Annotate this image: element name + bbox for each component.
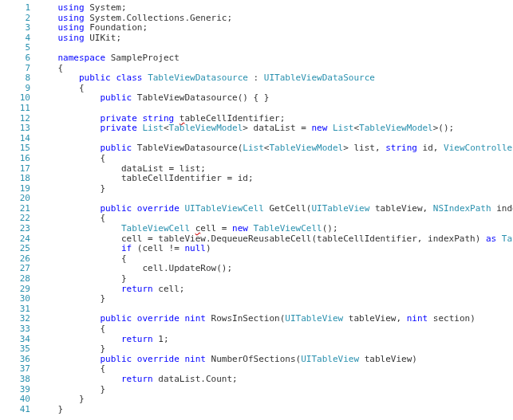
token-pun: (cell != — [132, 243, 184, 253]
token-kw: public — [100, 313, 132, 324]
token-pun: } — [58, 394, 85, 404]
token-kw: null — [184, 243, 206, 253]
code-editor: 1234567891011121314151617181920212223242… — [0, 0, 513, 420]
token-id: GetCell — [269, 203, 306, 214]
token-pun: } — [58, 404, 64, 414]
token-pun: indexPath) — [491, 203, 513, 214]
token-pun — [327, 123, 333, 133]
token-kw: public — [79, 73, 111, 83]
token-pun: cell. — [58, 263, 169, 273]
line-number: 8 — [0, 73, 30, 84]
token-pun: : — [248, 73, 264, 83]
token-kw: override — [137, 313, 180, 324]
token-pun: ; — [116, 33, 121, 43]
token-pun — [58, 284, 121, 294]
token-kw: nint — [407, 313, 428, 324]
line-number: 20 — [0, 194, 30, 204]
token-pun: } — [58, 183, 106, 194]
token-pun — [58, 243, 121, 253]
token-kw: public — [100, 143, 132, 153]
line-number: 25 — [0, 244, 30, 254]
token-pun — [58, 143, 101, 153]
token-pun: section) — [428, 313, 476, 324]
token-type: UITableView — [285, 313, 343, 324]
token-pun: (); — [216, 263, 232, 273]
token-pun: ; — [121, 3, 127, 13]
token-type: TableViewCell — [502, 234, 513, 244]
line-number: 11 — [0, 104, 30, 114]
token-pun: { — [58, 253, 127, 264]
line-number: 3 — [0, 23, 30, 33]
token-type: TableViewDatasource — [148, 73, 248, 83]
token-type: ViewController — [444, 143, 513, 153]
token-pun: > dataList = — [243, 123, 311, 133]
line-number: 35 — [0, 344, 30, 355]
token-pun: ; — [142, 22, 148, 33]
token-pun: ) — [206, 243, 211, 253]
token-pun — [58, 92, 101, 103]
code-line: public override nint RowsInSection(UITab… — [37, 314, 513, 324]
token-pun: < — [164, 123, 169, 133]
token-type: List — [243, 143, 264, 153]
token-kw: public — [100, 92, 132, 103]
token-id: UIKit — [89, 33, 116, 43]
token-type: List — [333, 123, 354, 133]
code-line: return cell; — [37, 285, 513, 295]
token-type: TableViewCell — [254, 223, 322, 234]
code-line: public TableViewDatasource(List<TableVie… — [37, 143, 513, 154]
token-pun — [496, 234, 502, 244]
line-number: 23 — [0, 224, 30, 234]
line-number: 18 — [0, 174, 30, 184]
token-id: SampleProject — [111, 53, 180, 63]
token-kw: return — [121, 284, 153, 294]
token-id: System — [89, 3, 121, 13]
code-line: public class TableViewDatasource : UITab… — [37, 73, 513, 84]
token-pun: } — [58, 343, 106, 354]
token-type: TableViewModel — [269, 143, 343, 153]
code-line: using UIKit; — [37, 33, 513, 44]
token-kw: new — [232, 223, 248, 234]
token-pun — [58, 113, 101, 124]
token-pun: (tableCellIdentifier, indexPath) — [311, 234, 486, 244]
code-line: } — [37, 294, 513, 304]
token-pun: > list, — [343, 143, 385, 153]
token-id: TableViewDatasource — [137, 92, 238, 103]
token-type: NSIndexPath — [433, 203, 491, 214]
token-pun — [132, 203, 137, 214]
line-number: 41 — [0, 405, 30, 415]
token-pun — [58, 123, 101, 133]
token-type: UITableViewCell — [184, 203, 263, 214]
token-pun: { — [58, 153, 106, 163]
token-id: RowsInSection — [211, 313, 280, 324]
token-id: DequeueReusableCell — [211, 234, 312, 244]
line-number: 30 — [0, 294, 30, 304]
token-type: TableViewCell — [121, 223, 190, 234]
token-kw: public — [100, 354, 132, 364]
token-type: TableViewModel — [359, 123, 433, 133]
token-pun: tableView, — [343, 313, 406, 324]
token-kw: using — [58, 33, 85, 43]
line-number: 33 — [0, 324, 30, 335]
token-pun: { — [58, 324, 106, 334]
token-pun — [58, 73, 80, 83]
line-number: 6 — [0, 53, 30, 64]
line-number: 28 — [0, 274, 30, 285]
token-pun: { — [58, 213, 106, 223]
token-kw: return — [121, 374, 153, 384]
token-pun — [58, 223, 121, 234]
code-line: } — [37, 394, 513, 405]
line-number: 1 — [0, 3, 30, 14]
code-line: public override UITableViewCell GetCell(… — [37, 204, 513, 214]
token-kw: public — [100, 203, 132, 214]
code-line: return dataList.Count; — [37, 375, 513, 385]
line-number: 40 — [0, 394, 30, 405]
token-pun: } — [58, 273, 127, 284]
code-line: public TableViewDatasource() { } — [37, 93, 513, 104]
token-pun: tableView) — [359, 354, 417, 364]
token-pun — [58, 334, 121, 344]
line-number: 13 — [0, 124, 30, 134]
token-kw: using — [58, 13, 85, 23]
code-line: private List<TableViewModel> dataList = … — [37, 124, 513, 134]
token-pun: cell; — [153, 284, 185, 294]
line-number: 38 — [0, 375, 30, 385]
